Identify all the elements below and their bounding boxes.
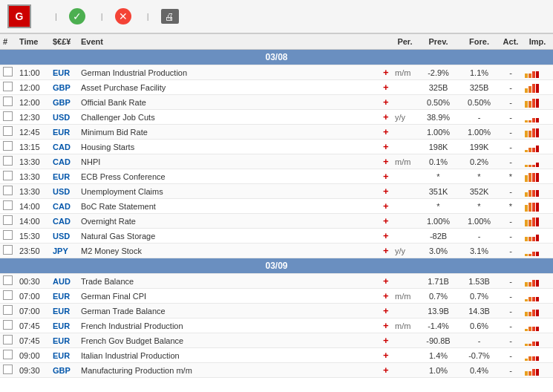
row-event: Overnight Rate (78, 214, 380, 229)
row-time: 00:30 (16, 274, 50, 289)
row-time: 12:00 (16, 80, 50, 95)
row-period: m/m (392, 289, 418, 304)
row-time: 14:00 (16, 199, 50, 214)
mark-all-button[interactable]: ✓ (69, 8, 89, 24)
row-act: - (500, 154, 522, 169)
table-row: 13:15 CAD Housing Starts + 198K 199K - (0, 140, 553, 154)
row-act: - (500, 110, 522, 125)
row-check[interactable] (0, 184, 16, 199)
row-check[interactable] (0, 199, 16, 214)
row-fore: 0.2% (459, 154, 500, 169)
row-time: 13:30 (16, 184, 50, 199)
row-prev: 3.0% (418, 244, 459, 258)
row-act: - (500, 289, 522, 304)
row-act: - (500, 318, 522, 333)
row-fore: 0.6% (459, 318, 500, 333)
col-plus (380, 34, 392, 50)
row-prev: * (418, 169, 459, 184)
row-check[interactable] (0, 274, 16, 289)
row-check[interactable] (0, 289, 16, 304)
row-check[interactable] (0, 110, 16, 125)
table-row: 11:00 EUR German Industrial Production +… (0, 65, 553, 80)
row-check[interactable] (0, 318, 16, 333)
row-check[interactable] (0, 304, 16, 318)
print-button[interactable]: 🖨 (161, 9, 183, 24)
row-check[interactable] (0, 154, 16, 169)
row-check[interactable] (0, 169, 16, 184)
row-plus: + (380, 348, 392, 363)
row-prev: 325B (418, 80, 459, 95)
section-date-308: 03/08 (0, 50, 553, 65)
table-row: 12:00 GBP Official Bank Rate + 0.50% 0.5… (0, 95, 553, 110)
row-event: Challenger Job Cuts (78, 110, 380, 125)
row-event: M2 Money Stock (78, 244, 380, 258)
divider1: | (55, 12, 57, 21)
row-prev: 13.9B (418, 304, 459, 318)
row-check[interactable] (0, 65, 16, 80)
row-fore: 1.53B (459, 274, 500, 289)
row-check[interactable] (0, 333, 16, 348)
row-prev: 1.00% (418, 125, 459, 140)
table-row: 13:30 CAD NHPI + m/m 0.1% 0.2% - (0, 154, 553, 169)
row-event: Natural Gas Storage (78, 229, 380, 244)
toolbar: G | ✓ | ✕ | 🖨 (0, 0, 553, 33)
check-icon: ✓ (69, 8, 85, 24)
row-time: 07:45 (16, 318, 50, 333)
row-fore: 352K (459, 184, 500, 199)
row-check[interactable] (0, 140, 16, 154)
row-imp (522, 244, 553, 258)
row-period: y/y (392, 244, 418, 258)
row-period (392, 363, 418, 378)
row-check[interactable] (0, 125, 16, 140)
row-period (392, 348, 418, 363)
col-check: # (0, 34, 16, 50)
row-plus: + (380, 65, 392, 80)
row-prev: 0.7% (418, 289, 459, 304)
row-plus: + (380, 184, 392, 199)
row-currency: USD (50, 229, 78, 244)
section-date-309: 03/09 (0, 258, 553, 274)
row-period (392, 80, 418, 95)
table-row: 12:45 EUR Minimum Bid Rate + 1.00% 1.00%… (0, 125, 553, 140)
row-prev: -90.8B (418, 333, 459, 348)
col-fore: Fore. (459, 34, 500, 50)
row-act: - (500, 304, 522, 318)
row-fore: - (459, 110, 500, 125)
row-time: 13:15 (16, 140, 50, 154)
row-check[interactable] (0, 244, 16, 258)
row-prev: * (418, 199, 459, 214)
google-calendar-icon: G (7, 4, 31, 28)
col-event: Event (78, 34, 380, 50)
row-event: German Final CPI (78, 289, 380, 304)
row-currency: EUR (50, 318, 78, 333)
row-check[interactable] (0, 229, 16, 244)
row-check[interactable] (0, 348, 16, 363)
row-act: - (500, 214, 522, 229)
row-check[interactable] (0, 214, 16, 229)
col-time: Time (16, 34, 50, 50)
row-check[interactable] (0, 80, 16, 95)
unmark-all-button[interactable]: ✕ (115, 8, 135, 24)
col-prev: Prev. (418, 34, 459, 50)
row-fore: -0.7% (459, 348, 500, 363)
row-plus: + (380, 363, 392, 378)
table-row: 14:00 CAD Overnight Rate + 1.00% 1.00% - (0, 214, 553, 229)
row-currency: USD (50, 184, 78, 199)
col-imp: Imp. (522, 34, 553, 50)
row-imp (522, 289, 553, 304)
table-row: 23:50 JPY M2 Money Stock + y/y 3.0% 3.1%… (0, 244, 553, 258)
row-check[interactable] (0, 363, 16, 378)
row-imp (522, 140, 553, 154)
row-event: BoC Rate Statement (78, 199, 380, 214)
col-currency: $€£¥ (50, 34, 78, 50)
row-period: y/y (392, 110, 418, 125)
row-time: 15:30 (16, 229, 50, 244)
row-check[interactable] (0, 95, 16, 110)
row-currency: USD (50, 110, 78, 125)
row-plus: + (380, 169, 392, 184)
table-row: 12:00 GBP Asset Purchase Facility + 325B… (0, 80, 553, 95)
row-prev: 1.00% (418, 214, 459, 229)
row-period: m/m (392, 318, 418, 333)
row-event: Manufacturing Production m/m (78, 363, 380, 378)
row-imp (522, 363, 553, 378)
